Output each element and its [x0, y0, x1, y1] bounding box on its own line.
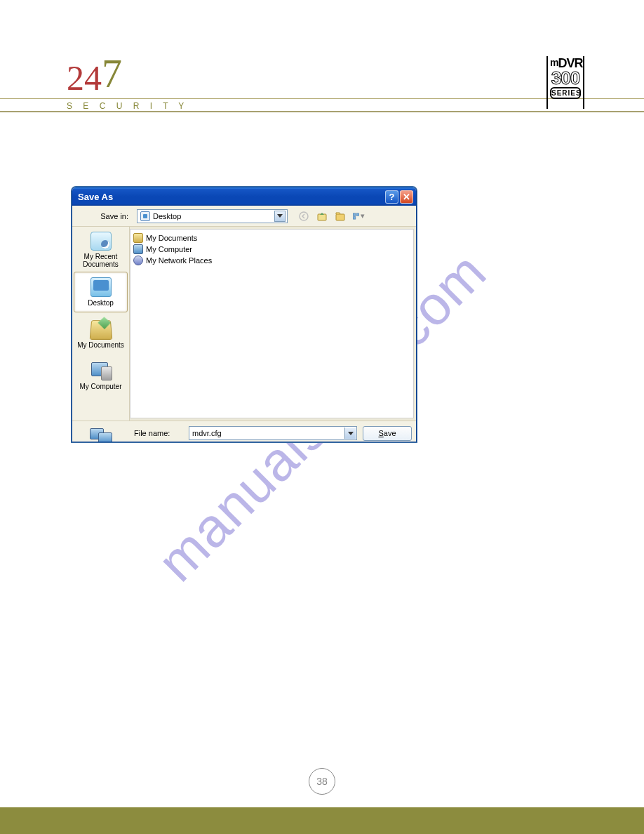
- place-my-network[interactable]: My Network: [72, 425, 130, 442]
- place-recent-documents[interactable]: My Recent Documents: [74, 230, 128, 270]
- new-folder-icon: [335, 211, 346, 222]
- folder-icon: [133, 233, 143, 243]
- views-button[interactable]: ▾: [352, 210, 365, 223]
- logo-24-text: 24: [67, 58, 102, 98]
- mdvr-300: 300: [550, 71, 581, 86]
- up-folder-button[interactable]: [316, 210, 328, 223]
- place-desktop[interactable]: Desktop: [74, 272, 128, 312]
- page-number: 38: [309, 768, 335, 795]
- page-number-value: 38: [316, 776, 328, 787]
- svg-rect-5: [353, 216, 355, 218]
- save-as-dialog: Save As ? ✕ Save in: Desktop ▾: [72, 187, 417, 442]
- place-label: My Documents: [77, 341, 124, 349]
- file-name: My Documents: [146, 234, 197, 242]
- save-in-combo[interactable]: Desktop: [137, 209, 288, 223]
- place-my-computer[interactable]: My Computer: [74, 356, 128, 397]
- logo-7-text: 7: [102, 51, 122, 96]
- help-icon: ?: [389, 192, 395, 202]
- list-item[interactable]: My Network Places: [133, 255, 410, 266]
- place-label: My Recent Documents: [76, 253, 126, 268]
- mdvr-m: m: [550, 57, 558, 68]
- places-bar: My Recent Documents Desktop My Documents…: [72, 227, 130, 421]
- filename-input[interactable]: mdvr.cfg: [189, 426, 357, 440]
- documents-icon: [89, 320, 112, 340]
- file-name: My Network Places: [146, 256, 212, 265]
- place-label: My Computer: [79, 383, 121, 390]
- close-icon: ✕: [403, 192, 410, 202]
- desktop-icon: [90, 277, 112, 297]
- list-item[interactable]: My Computer: [133, 244, 410, 255]
- logo-mdvr: mDVR 300 SERIES: [546, 56, 584, 109]
- recent-documents-icon: [90, 232, 112, 251]
- dialog-body: My Recent Documents Desktop My Documents…: [72, 227, 416, 421]
- dialog-toolbar: Save in: Desktop ▾: [72, 206, 416, 227]
- computer-icon: [90, 362, 112, 380]
- place-label: Desktop: [88, 299, 114, 307]
- computer-icon: [133, 244, 143, 254]
- place-my-documents[interactable]: My Documents: [74, 314, 128, 355]
- filename-dropdown-button[interactable]: [344, 428, 356, 439]
- svg-rect-2: [336, 214, 344, 220]
- svg-rect-3: [353, 213, 355, 215]
- back-icon: [298, 211, 309, 222]
- save-in-value: Desktop: [153, 212, 181, 220]
- save-in-dropdown-button[interactable]: [274, 211, 286, 222]
- chevron-down-icon: [277, 214, 283, 218]
- save-button[interactable]: Save: [363, 426, 412, 441]
- logo-247: 247: [67, 56, 122, 97]
- footer-bar: [0, 807, 644, 834]
- close-button[interactable]: ✕: [400, 190, 413, 204]
- svg-rect-1: [318, 214, 326, 220]
- svg-rect-4: [356, 213, 358, 215]
- desktop-icon: [140, 211, 150, 221]
- new-folder-button[interactable]: [334, 210, 347, 223]
- save-mnemonic: S: [378, 429, 383, 437]
- network-icon: [90, 425, 112, 442]
- help-button[interactable]: ?: [385, 190, 398, 204]
- dialog-titlebar[interactable]: Save As ? ✕: [72, 187, 416, 206]
- filename-label: File name:: [134, 429, 183, 437]
- file-name: My Computer: [146, 245, 192, 253]
- dialog-bottom-panel: My Network File name: mdvr.cfg Save Save…: [72, 421, 416, 442]
- views-icon: [352, 211, 360, 222]
- mdvr-series: SERIES: [550, 87, 581, 99]
- list-item[interactable]: My Documents: [133, 232, 410, 244]
- filename-value: mdvr.cfg: [192, 429, 222, 437]
- chevron-down-icon: [348, 432, 354, 435]
- save-rest: ave: [384, 429, 396, 437]
- dialog-title: Save As: [78, 192, 113, 202]
- logo-security-text: S E C U R I T Y: [67, 101, 188, 111]
- network-icon: [133, 256, 143, 265]
- back-button[interactable]: [297, 210, 310, 223]
- page-header: 247 S E C U R I T Y mDVR 300 SERIES: [0, 0, 644, 112]
- up-folder-icon: [316, 211, 328, 222]
- svg-point-0: [300, 212, 308, 220]
- file-list[interactable]: My Documents My Computer My Network Plac…: [130, 229, 414, 418]
- save-in-label: Save in:: [76, 212, 133, 220]
